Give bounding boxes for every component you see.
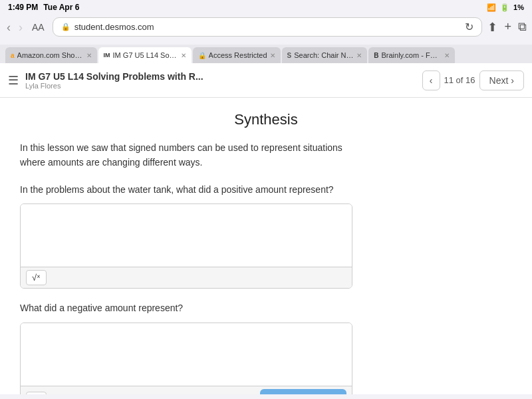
math-input-button-2[interactable]: √ˣ xyxy=(26,392,47,394)
tab-close-desmos[interactable]: ✕ xyxy=(181,52,186,59)
tabs-button[interactable]: ⧉ xyxy=(518,20,527,34)
tab-label-search: Search: Chair Nearby... xyxy=(294,51,354,59)
answer-toolbar-1: √ˣ xyxy=(21,267,352,288)
menu-button[interactable]: ☰ xyxy=(8,73,19,88)
answer-toolbar-2: √ˣ Share with Class xyxy=(21,386,352,394)
tab-desmos[interactable]: IM IM G7 U5 L14 Solving... ✕ xyxy=(98,47,192,63)
page-header: ☰ IM G7 U5 L14 Solving Problems with R..… xyxy=(0,63,532,98)
tab-label-desmos: IM G7 U5 L14 Solving... xyxy=(113,51,178,59)
prev-page-button[interactable]: ‹ xyxy=(422,70,440,90)
forward-button[interactable]: › xyxy=(17,21,24,33)
tab-brainly[interactable]: B Brainly.com - For stu... ✕ xyxy=(368,47,454,63)
question1-text: In the problems about the water tank, wh… xyxy=(20,182,352,197)
answer-input-1[interactable] xyxy=(21,204,352,264)
tab-amazon[interactable]: a Amazon.com Shoppin... ✕ xyxy=(5,47,97,63)
access-favicon: 🔒 xyxy=(198,52,206,59)
answer-box-1: √ˣ xyxy=(20,203,352,289)
tab-search[interactable]: S Search: Chair Nearby... ✕ xyxy=(282,47,368,63)
battery-level: 1% xyxy=(513,3,524,11)
address-bar[interactable]: 🔒 student.desmos.com ↻ xyxy=(53,17,483,37)
status-time: 1:49 PM xyxy=(8,3,38,12)
question2-text: What did a negative amount represent? xyxy=(20,301,352,315)
synthesis-intro: In this lesson we saw that signed number… xyxy=(20,140,352,170)
page-title: IM G7 U5 L14 Solving Problems with R... xyxy=(25,71,422,82)
next-page-button[interactable]: Next › xyxy=(479,70,524,90)
tab-label-brainly: Brainly.com - For stu... xyxy=(382,51,442,59)
status-bar: 1:49 PM Tue Apr 6 📶 🔋 1% xyxy=(0,0,532,15)
share-with-class-button[interactable]: Share with Class xyxy=(260,389,346,394)
status-day: Tue Apr 6 xyxy=(43,3,79,12)
answer-input-2[interactable] xyxy=(21,323,352,383)
share-button[interactable]: ⬆ xyxy=(487,20,497,35)
wifi-icon: 📶 xyxy=(487,3,496,12)
page-subtitle: Lyla Flores xyxy=(25,82,422,90)
new-tab-button[interactable]: + xyxy=(504,20,511,34)
page-counter: 11 of 16 xyxy=(444,75,475,85)
tab-label-amazon: Amazon.com Shoppin... xyxy=(17,51,84,59)
answer-box-2: √ˣ Share with Class xyxy=(20,323,352,394)
page-title-area: IM G7 U5 L14 Solving Problems with R... … xyxy=(25,71,422,90)
pagination-area: ‹ 11 of 16 Next › xyxy=(422,70,524,90)
synthesis-title: Synthesis xyxy=(20,111,512,128)
tabs-bar: a Amazon.com Shoppin... ✕ IM IM G7 U5 L1… xyxy=(0,45,532,63)
reload-button[interactable]: ↻ xyxy=(465,21,473,33)
amazon-favicon: a xyxy=(11,52,15,59)
main-content: Synthesis In this lesson we saw that sig… xyxy=(0,98,532,394)
tab-close-search[interactable]: ✕ xyxy=(356,52,362,59)
tab-label-access: Access Restricted xyxy=(209,51,267,59)
desmos-favicon: IM xyxy=(104,52,110,59)
tab-close-amazon[interactable]: ✕ xyxy=(86,52,92,59)
brainly-favicon: B xyxy=(374,52,378,59)
url-text: student.desmos.com xyxy=(74,22,154,32)
reader-mode-button[interactable]: AA xyxy=(29,22,47,33)
math-input-button-1[interactable]: √ˣ xyxy=(26,270,47,285)
next-chevron-icon: › xyxy=(511,75,514,86)
back-button[interactable]: ‹ xyxy=(5,21,12,33)
tab-access[interactable]: 🔒 Access Restricted ✕ xyxy=(193,47,281,63)
battery-icon: 🔋 xyxy=(500,3,509,12)
search-favicon: S xyxy=(287,52,292,59)
tab-close-access[interactable]: ✕ xyxy=(270,52,275,59)
browser-chrome: ‹ › AA 🔒 student.desmos.com ↻ ⬆ + ⧉ xyxy=(0,15,532,45)
lock-icon: 🔒 xyxy=(61,23,70,31)
next-label: Next xyxy=(489,75,509,86)
tab-close-brainly[interactable]: ✕ xyxy=(444,52,450,59)
